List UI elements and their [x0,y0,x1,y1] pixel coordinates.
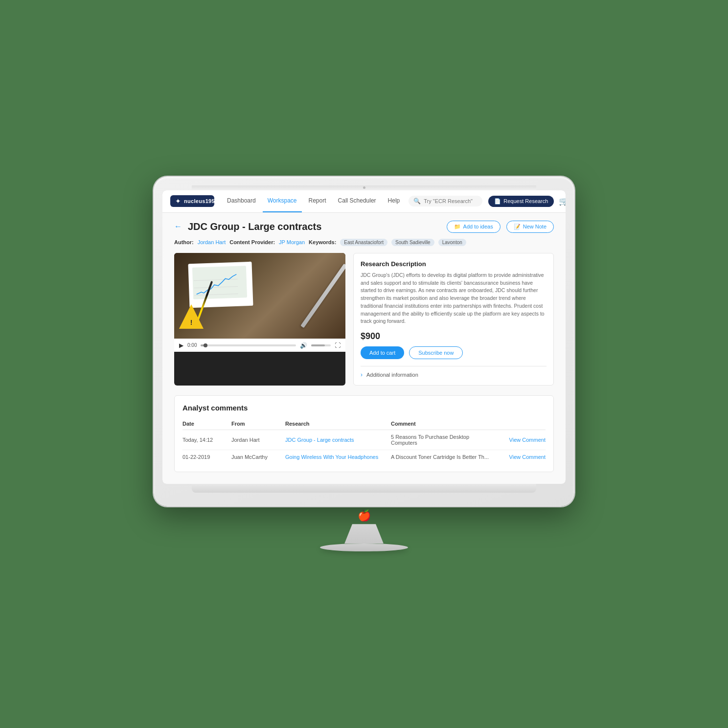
page-content: ← JDC Group - Large contracts 📁 Add to i… [162,213,566,484]
nav-help[interactable]: Help [383,190,405,213]
table-header: Date From Research Comment [182,418,546,430]
keyword-tag-1[interactable]: South Sadieville [391,239,434,246]
analyst-comments-section: Analyst comments Date From Research Comm… [174,395,554,472]
row-0-comment: 5 Reasons To Purchase Desktop Computers [391,434,497,446]
search-input[interactable] [424,198,478,204]
analyst-comments-title: Analyst comments [182,404,546,412]
chart-svg [193,269,241,299]
row-0-from: Jordan Hart [231,437,285,443]
monitor-body: ✦ nucleus195 Dashboard Workspace Report … [154,177,574,506]
search-icon: 🔍 [413,198,421,205]
col-comment: Comment [391,421,497,427]
progress-bar[interactable] [201,344,296,346]
additional-information-label: Additional information [366,372,418,378]
research-description-text: JDC Group's (JDC) efforts to develop its… [361,272,546,325]
content-provider-label: Content Provider: [229,239,275,245]
add-to-cart-button[interactable]: Add to cart [361,346,404,359]
row-0-view-comment[interactable]: View Comment [497,437,546,443]
ruler-overlay [300,264,345,328]
table-row: Today, 14:12 Jordan Hart JDC Group - Lar… [182,430,546,450]
nav-report[interactable]: Report [304,190,331,213]
chevron-right-icon: › [361,371,363,378]
research-panel: Research Description JDC Group's (JDC) e… [353,253,554,386]
document-icon: 📄 [494,198,501,205]
logo-icon: ✦ [175,197,181,205]
note-icon: 📝 [514,224,521,230]
svg-line-2 [194,279,238,280]
row-1-view-comment[interactable]: View Comment [497,454,546,460]
col-research: Research [285,421,391,427]
page-header: ← JDC Group - Large contracts 📁 Add to i… [174,221,554,233]
webcam-dot [363,186,365,189]
time-display: 0:00 [187,342,197,348]
cart-icon[interactable]: 🛒 [559,197,566,206]
author-label: Author: [174,239,194,245]
monitor-bezel-top [192,185,536,190]
meta-row: Author: Jordan Hart Content Provider: JP… [174,239,554,246]
apple-logo: 🍎 [358,509,371,522]
nav-dashboard[interactable]: Dashboard [222,190,261,213]
keyword-tag-0[interactable]: East Anastaciofort [340,239,387,246]
action-buttons: Add to cart Subscribe now [361,346,546,359]
volume-icon[interactable]: 🔊 [300,342,307,349]
keyword-tag-2[interactable]: Lavonton [438,239,466,246]
navbar: ✦ nucleus195 Dashboard Workspace Report … [162,190,566,213]
col-date: Date [182,421,231,427]
additional-information-row[interactable]: › Additional information [361,366,546,378]
request-research-button[interactable]: 📄 Request Research [488,196,554,207]
stand-base [320,544,408,551]
back-button[interactable]: ← [174,222,182,231]
row-1-from: Juan McCarthy [231,454,285,460]
row-0-date: Today, 14:12 [182,437,231,443]
nav-workspace[interactable]: Workspace [263,190,302,213]
stand-neck [344,524,384,544]
svg-line-1 [194,286,238,288]
price: $900 [361,331,546,341]
volume-bar[interactable] [311,344,331,346]
page-title: JDC Group - Large contracts [188,221,441,232]
video-controls: ▶ 0:00 🔊 ⛶ [174,339,345,352]
logo-text: nucleus195 [184,198,215,204]
nav-call-scheduler[interactable]: Call Scheduler [333,190,381,213]
new-note-button[interactable]: 📝 New Note [506,221,554,233]
plus-icon: 📁 [454,224,461,230]
col-action [497,421,546,427]
row-0-research[interactable]: JDC Group - Large contracts [285,437,391,443]
content-provider-name[interactable]: JP Morgan [279,239,305,245]
subscribe-now-button[interactable]: Subscribe now [409,346,463,359]
col-from: From [231,421,285,427]
table-row: 01-22-2019 Juan McCarthy Going Wireless … [182,450,546,464]
logo[interactable]: ✦ nucleus195 [170,195,214,207]
research-description-title: Research Description [361,260,546,268]
row-1-research[interactable]: Going Wireless With Your Headphones [285,454,391,460]
keywords-label: Keywords: [309,239,336,245]
author-name[interactable]: Jordan Hart [198,239,226,245]
play-button[interactable]: ▶ [179,342,183,349]
search-box[interactable]: 🔍 [409,196,482,206]
fullscreen-button[interactable]: ⛶ [335,342,341,349]
svg-line-0 [194,294,238,295]
monitor-chin [192,484,536,493]
video-player: ! ▶ 0:00 🔊 [174,253,345,386]
volume-fill [311,344,325,346]
add-to-ideas-button[interactable]: 📁 Add to ideas [447,221,500,233]
progress-dot [204,343,207,347]
row-1-comment: A Discount Toner Cartridge Is Better Th.… [391,454,497,460]
monitor-wrapper: ✦ nucleus195 Dashboard Workspace Report … [154,177,574,551]
screen: ✦ nucleus195 Dashboard Workspace Report … [162,190,566,484]
main-content: ! ▶ 0:00 🔊 [174,253,554,386]
row-1-date: 01-22-2019 [182,454,231,460]
video-thumbnail[interactable]: ! [174,253,345,339]
